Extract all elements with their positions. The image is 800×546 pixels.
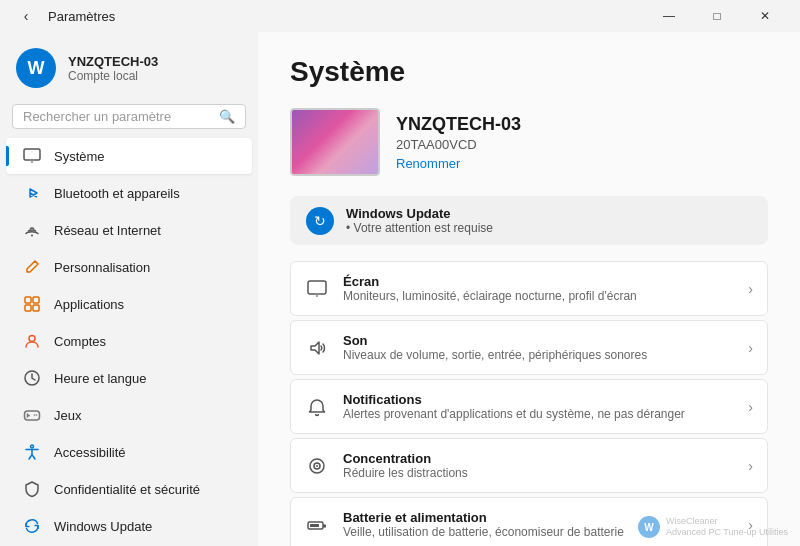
- sidebar-item-label-personalization: Personnalisation: [54, 260, 150, 275]
- settings-item-text-sound: Son Niveaux de volume, sortie, entrée, p…: [343, 333, 734, 362]
- sidebar-item-label-bluetooth: Bluetooth et appareils: [54, 186, 180, 201]
- sidebar-item-label-update: Windows Update: [54, 519, 152, 534]
- device-rename-link[interactable]: Renommer: [396, 156, 521, 171]
- svg-rect-5: [33, 297, 39, 303]
- bluetooth-icon: [22, 183, 42, 203]
- watermark-text: WiseCleaner Advanced PC Tune-up Utilitie…: [666, 516, 788, 538]
- sidebar-item-label-time: Heure et langue: [54, 371, 147, 386]
- sidebar-item-personalization[interactable]: Personnalisation: [6, 249, 252, 285]
- settings-item-screen[interactable]: Écran Moniteurs, luminosité, éclairage n…: [290, 261, 768, 316]
- watermark-line2: Advanced PC Tune-up Utilities: [666, 527, 788, 538]
- chevron-focus-icon: ›: [748, 458, 753, 474]
- svg-rect-4: [25, 297, 31, 303]
- settings-item-notifications[interactable]: Notifications Alertes provenant d'applic…: [290, 379, 768, 434]
- watermark-line1: WiseCleaner: [666, 516, 788, 527]
- games-icon: [22, 405, 42, 425]
- sidebar-item-label-network: Réseau et Internet: [54, 223, 161, 238]
- settings-item-title-focus: Concentration: [343, 451, 734, 466]
- settings-item-focus[interactable]: Concentration Réduire les distractions ›: [290, 438, 768, 493]
- settings-item-text-screen: Écran Moniteurs, luminosité, éclairage n…: [343, 274, 734, 303]
- sidebar-item-system[interactable]: Système: [6, 138, 252, 174]
- back-button[interactable]: ‹: [12, 2, 40, 30]
- sidebar-item-bluetooth[interactable]: Bluetooth et appareils: [6, 175, 252, 211]
- titlebar-title: Paramètres: [48, 9, 115, 24]
- apps-icon: [22, 294, 42, 314]
- device-name: YNZQTECH-03: [396, 114, 521, 135]
- search-box[interactable]: 🔍: [12, 104, 246, 129]
- svg-rect-7: [33, 305, 39, 311]
- nav-list: Système Bluetooth et appareils Réseau et…: [0, 137, 258, 545]
- sidebar: W YNZQTECH-03 Compte local 🔍 Système Blu…: [0, 32, 258, 546]
- settings-item-desc-screen: Moniteurs, luminosité, éclairage nocturn…: [343, 289, 734, 303]
- settings-item-desc-focus: Réduire les distractions: [343, 466, 734, 480]
- close-button[interactable]: ✕: [742, 0, 788, 32]
- search-input[interactable]: [23, 109, 211, 124]
- sidebar-item-accessibility[interactable]: Accessibilité: [6, 434, 252, 470]
- settings-item-desc-sound: Niveaux de volume, sortie, entrée, périp…: [343, 348, 734, 362]
- titlebar-controls-right: — □ ✕: [646, 0, 788, 32]
- svg-point-8: [29, 336, 35, 342]
- sidebar-item-time[interactable]: Heure et langue: [6, 360, 252, 396]
- settings-item-text-focus: Concentration Réduire les distractions: [343, 451, 734, 480]
- settings-item-title-sound: Son: [343, 333, 734, 348]
- settings-item-text-notifications: Notifications Alertes provenant d'applic…: [343, 392, 734, 421]
- accessibility-icon: [22, 442, 42, 462]
- watermark-logo: W: [638, 516, 660, 538]
- maximize-button[interactable]: □: [694, 0, 740, 32]
- svg-rect-0: [24, 149, 40, 160]
- device-card: YNZQTECH-03 20TAA00VCD Renommer: [290, 108, 768, 176]
- user-info: YNZQTECH-03 Compte local: [68, 54, 158, 83]
- content-wrapper: Système YNZQTECH-03 20TAA00VCD Renommer …: [258, 32, 800, 546]
- update-subtitle: Votre attention est requise: [346, 221, 493, 235]
- minimize-button[interactable]: —: [646, 0, 692, 32]
- update-alert[interactable]: ↻ Windows Update Votre attention est req…: [290, 196, 768, 245]
- user-name: YNZQTECH-03: [68, 54, 158, 69]
- time-icon: [22, 368, 42, 388]
- sidebar-item-privacy[interactable]: Confidentialité et sécurité: [6, 471, 252, 507]
- update-icon: [22, 516, 42, 536]
- privacy-icon: [22, 479, 42, 499]
- svg-rect-25: [310, 524, 319, 527]
- user-profile[interactable]: W YNZQTECH-03 Compte local: [0, 40, 258, 100]
- device-image: [290, 108, 380, 176]
- device-model: 20TAA00VCD: [396, 137, 521, 152]
- accounts-icon: [22, 331, 42, 351]
- sidebar-item-label-apps: Applications: [54, 297, 124, 312]
- chevron-screen-icon: ›: [748, 281, 753, 297]
- sidebar-item-accounts[interactable]: Comptes: [6, 323, 252, 359]
- settings-item-desc-notifications: Alertes provenant d'applications et du s…: [343, 407, 734, 421]
- svg-rect-16: [308, 281, 326, 294]
- watermark: W WiseCleaner Advanced PC Tune-up Utilit…: [638, 516, 788, 538]
- focus-settings-icon: [305, 454, 329, 478]
- chevron-notifications-icon: ›: [748, 399, 753, 415]
- sidebar-item-label-games: Jeux: [54, 408, 81, 423]
- svg-point-14: [36, 414, 38, 416]
- settings-item-title-screen: Écran: [343, 274, 734, 289]
- avatar: W: [16, 48, 56, 88]
- settings-item-sound[interactable]: Son Niveaux de volume, sortie, entrée, p…: [290, 320, 768, 375]
- svg-point-3: [31, 235, 33, 237]
- system-icon: [22, 146, 42, 166]
- sidebar-item-update[interactable]: Windows Update: [6, 508, 252, 544]
- sidebar-item-games[interactable]: Jeux: [6, 397, 252, 433]
- update-text: Windows Update Votre attention est requi…: [346, 206, 493, 235]
- svg-point-13: [34, 414, 36, 416]
- settings-list: Écran Moniteurs, luminosité, éclairage n…: [290, 261, 768, 546]
- notifications-settings-icon: [305, 395, 329, 419]
- svg-point-22: [316, 465, 318, 467]
- update-icon: ↻: [306, 207, 334, 235]
- sound-settings-icon: [305, 336, 329, 360]
- svg-point-15: [31, 445, 34, 448]
- svg-rect-24: [323, 524, 326, 527]
- content: Système YNZQTECH-03 20TAA00VCD Renommer …: [258, 32, 800, 546]
- sidebar-item-label-privacy: Confidentialité et sécurité: [54, 482, 200, 497]
- chevron-sound-icon: ›: [748, 340, 753, 356]
- network-icon: [22, 220, 42, 240]
- svg-marker-19: [311, 342, 319, 354]
- settings-item-title-notifications: Notifications: [343, 392, 734, 407]
- sidebar-item-label-system: Système: [54, 149, 105, 164]
- device-screen: [290, 108, 380, 176]
- sidebar-item-network[interactable]: Réseau et Internet: [6, 212, 252, 248]
- sidebar-item-apps[interactable]: Applications: [6, 286, 252, 322]
- sidebar-item-label-accessibility: Accessibilité: [54, 445, 126, 460]
